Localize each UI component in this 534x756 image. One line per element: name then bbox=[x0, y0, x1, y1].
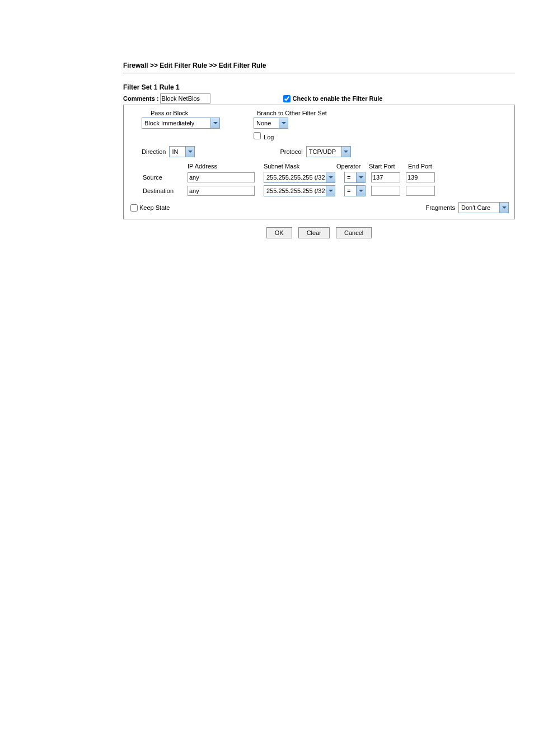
source-row: Source 255.255.255.255 (/32) = bbox=[142, 172, 509, 183]
source-endport-input[interactable] bbox=[406, 172, 435, 182]
enable-checkbox[interactable] bbox=[283, 95, 291, 102]
rule-panel: Pass or Block Block Immediately Branch t… bbox=[123, 105, 515, 219]
source-label: Source bbox=[142, 174, 188, 181]
source-startport-input[interactable] bbox=[371, 172, 400, 182]
log-checkbox[interactable] bbox=[254, 132, 261, 139]
enable-label: Check to enable the Filter Rule bbox=[293, 95, 383, 102]
keepstate-checkbox[interactable] bbox=[130, 204, 138, 212]
branch-select[interactable]: None bbox=[254, 118, 288, 129]
protocol-label: Protocol bbox=[280, 148, 302, 155]
source-mask-select[interactable]: 255.255.255.255 (/32) bbox=[264, 172, 335, 183]
header-ip: IP Address bbox=[188, 163, 264, 170]
direction-label: Direction bbox=[142, 148, 166, 155]
branch-label: Branch to Other Filter Set bbox=[254, 110, 327, 116]
comments-input[interactable] bbox=[160, 93, 210, 104]
keepstate-label: Keep State bbox=[139, 204, 170, 211]
breadcrumb: Firewall >> Edit Filter Rule >> Edit Fil… bbox=[123, 62, 515, 73]
destination-ip-input[interactable] bbox=[188, 186, 255, 196]
clear-button[interactable]: Clear bbox=[298, 227, 330, 238]
destination-label: Destination bbox=[142, 187, 188, 194]
header-mask: Subnet Mask bbox=[264, 163, 336, 170]
fragments-label: Fragments bbox=[425, 204, 455, 211]
passblock-select[interactable]: Block Immediately bbox=[142, 118, 220, 129]
fragments-select[interactable]: Don't Care bbox=[458, 202, 509, 213]
source-ip-input[interactable] bbox=[188, 172, 255, 182]
cancel-button[interactable]: Cancel bbox=[336, 227, 372, 238]
passblock-label: Pass or Block bbox=[142, 110, 254, 116]
destination-mask-select[interactable]: 255.255.255.255 (/32) bbox=[264, 185, 335, 196]
destination-op-select[interactable]: = bbox=[344, 185, 366, 196]
rule-title: Filter Set 1 Rule 1 bbox=[123, 83, 515, 91]
log-label: Log bbox=[264, 134, 274, 140]
protocol-select[interactable]: TCP/UDP bbox=[306, 146, 351, 157]
header-start: Start Port bbox=[369, 163, 408, 170]
ok-button[interactable]: OK bbox=[266, 227, 292, 238]
destination-startport-input[interactable] bbox=[371, 186, 400, 196]
header-end: End Port bbox=[408, 163, 442, 170]
header-op: Operator bbox=[336, 163, 369, 170]
direction-select[interactable]: IN bbox=[169, 146, 195, 157]
source-op-select[interactable]: = bbox=[344, 172, 366, 183]
destination-row: Destination 255.255.255.255 (/32) = bbox=[142, 185, 509, 196]
destination-endport-input[interactable] bbox=[406, 186, 435, 196]
comments-label: Comments : bbox=[123, 95, 159, 102]
